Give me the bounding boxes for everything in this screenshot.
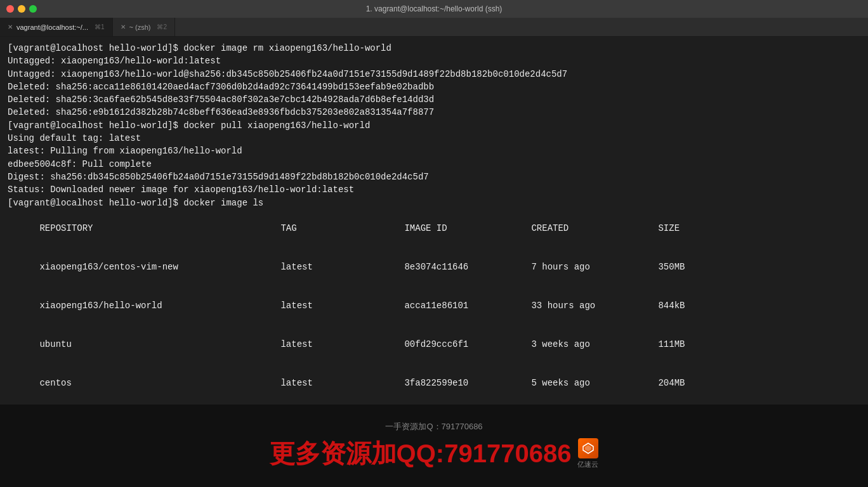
window-title: 1. vagrant@localhost:~/hello-world (ssh) — [366, 4, 503, 13]
terminal-line-11: Status: Downloaded newer image for xiaop… — [8, 183, 860, 196]
terminal-line-6: [vagrant@localhost hello-world]$ docker … — [8, 119, 860, 132]
watermark-area: 一手资源加Q：791770686 更多资源加QQ:791770686 亿速云 — [0, 405, 868, 487]
watermark-cn-text: 一手资源加Q：791770686 — [385, 421, 482, 432]
tab-1-label: vagrant@localhost:~/... — [16, 23, 88, 31]
terminal-line-12: [vagrant@localhost hello-world]$ docker … — [8, 197, 860, 209]
row0-tag: latest — [280, 261, 404, 273]
row2-size: 111MB — [658, 339, 685, 349]
tab-1-shortcut: ⌘1 — [95, 23, 105, 30]
col-imageid-header: IMAGE ID — [404, 222, 531, 235]
row2-created: 3 weeks ago — [531, 338, 658, 351]
col-repository-header: REPOSITORY — [39, 222, 280, 235]
maximize-button[interactable] — [29, 5, 37, 13]
terminal-line-3: Deleted: sha256:acca11e86101420aed4acf73… — [8, 81, 860, 93]
table-row-2: ubuntulatest00fd29ccc6f13 weeks ago111MB — [8, 325, 860, 364]
col-tag-header: TAG — [280, 222, 404, 235]
logo-label: 亿速云 — [577, 460, 598, 469]
minimize-button[interactable] — [18, 5, 25, 13]
terminal-line-5: Deleted: sha256:e9b1612d382b28b74c8beff6… — [8, 106, 860, 119]
tab-2[interactable]: ✕ ~ (zsh) ⌘2 — [113, 18, 176, 36]
row0-repo: xiaopeng163/centos-vim-new — [39, 261, 280, 273]
row1-id: acca11e86101 — [404, 299, 531, 312]
watermark-bottom: 更多资源加QQ:791770686 亿速云 — [270, 436, 599, 471]
watermark-logo: 亿速云 — [577, 438, 598, 469]
row0-created: 7 hours ago — [531, 261, 658, 273]
row3-tag: latest — [280, 377, 404, 389]
row0-size: 350MB — [658, 262, 685, 272]
row3-size: 204MB — [658, 378, 685, 388]
terminal-line-0: [vagrant@localhost hello-world]$ docker … — [8, 42, 860, 55]
tabbar: ✕ vagrant@localhost:~/... ⌘1 ✕ ~ (zsh) ⌘… — [0, 18, 868, 37]
terminal-content[interactable]: [vagrant@localhost hello-world]$ docker … — [0, 37, 868, 405]
terminal-window: 1. vagrant@localhost:~/hello-world (ssh)… — [0, 0, 868, 487]
row1-created: 33 hours ago — [531, 299, 658, 312]
logo-svg — [582, 442, 595, 455]
row2-tag: latest — [280, 338, 404, 351]
terminal-line-9: edbee5004c8f: Pull complete — [8, 158, 860, 171]
row0-id: 8e3074c11646 — [404, 261, 531, 273]
svg-marker-1 — [585, 445, 591, 451]
terminal-line-7: Using default tag: latest — [8, 132, 860, 145]
tab-2-close-icon[interactable]: ✕ — [121, 23, 126, 30]
row1-tag: latest — [280, 299, 404, 312]
terminal-line-10: Digest: sha256:db345c850b25406fb24a0d715… — [8, 171, 860, 183]
row1-repo: xiaopeng163/hello-world — [39, 299, 280, 312]
table-row-3: centoslatest3fa822599e105 weeks ago204MB — [8, 363, 860, 402]
col-size-header: SIZE — [658, 223, 680, 233]
terminal-line-2: Untagged: xiaopeng163/hello-world@sha256… — [8, 68, 860, 81]
col-created-header: CREATED — [531, 222, 658, 235]
close-button[interactable] — [6, 5, 14, 13]
tab-2-shortcut: ⌘2 — [157, 23, 167, 30]
titlebar: 1. vagrant@localhost:~/hello-world (ssh) — [0, 0, 868, 18]
tab-1-close-icon[interactable]: ✕ — [8, 23, 13, 30]
terminal-line-1: Untagged: xiaopeng163/hello-world:latest — [8, 55, 860, 67]
logo-icon — [578, 438, 598, 458]
row3-id: 3fa822599e10 — [404, 377, 531, 389]
terminal-line-4: Deleted: sha256:3ca6fae62b545d8e33f75504… — [8, 93, 860, 106]
table-row-0: xiaopeng163/centos-vim-newlatest8e3074c1… — [8, 248, 860, 287]
row2-id: 00fd29ccc6f1 — [404, 338, 531, 351]
row3-created: 5 weeks ago — [531, 377, 658, 389]
traffic-lights — [6, 5, 37, 13]
watermark-big-text: 更多资源加QQ:791770686 — [270, 436, 572, 471]
row1-size: 844kB — [658, 301, 685, 311]
tab-1[interactable]: ✕ vagrant@localhost:~/... ⌘1 — [0, 18, 113, 36]
table-row-1: xiaopeng163/hello-worldlatestacca11e8610… — [8, 287, 860, 325]
terminal-line-8: latest: Pulling from xiaopeng163/hello-w… — [8, 145, 860, 157]
table-header: REPOSITORYTAGIMAGE IDCREATEDSIZE — [8, 209, 860, 248]
row2-repo: ubuntu — [39, 338, 280, 351]
row3-repo: centos — [39, 377, 280, 389]
tab-2-label: ~ (zsh) — [129, 23, 151, 31]
